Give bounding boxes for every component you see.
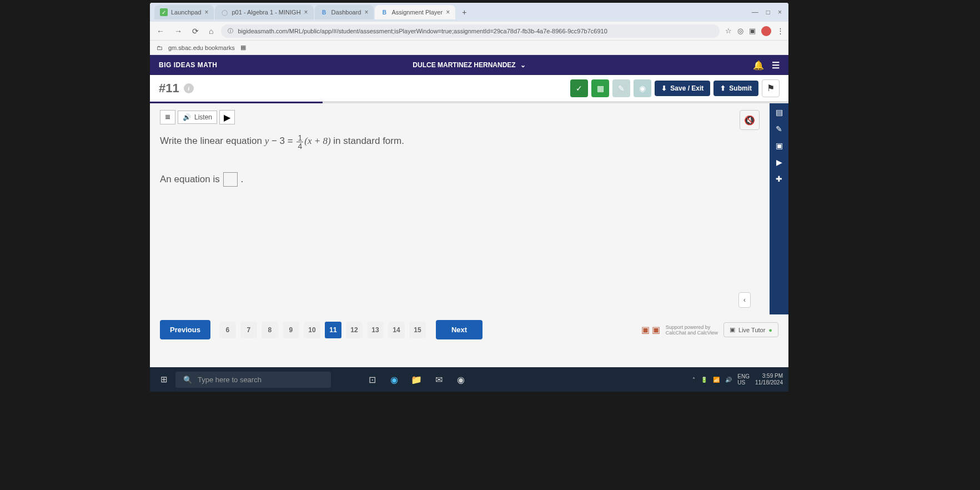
extension-icon[interactable]: ◎ [737, 27, 743, 35]
listen-menu-button[interactable]: ≡ [160, 110, 175, 124]
question-number-text: #11 [159, 81, 179, 96]
support-text: CalcChat and CalcView [666, 330, 718, 336]
tool-accessibility-icon[interactable]: ✚ [776, 174, 782, 183]
tab-icon: B [320, 8, 328, 16]
fraction-numerator: 1 [296, 134, 303, 142]
tab-title: p01 - Algebra 1 - MINIGH [232, 9, 300, 16]
taskbar-search[interactable]: 🔍 Type here to search [175, 372, 331, 388]
search-placeholder: Type here to search [198, 376, 262, 384]
browser-tab[interactable]: B Dashboard × [315, 5, 374, 19]
close-icon[interactable]: × [446, 8, 450, 16]
save-exit-label: Save / Exit [670, 84, 703, 92]
tool-button-scratchpad[interactable]: ✎ [612, 79, 630, 97]
close-icon[interactable]: × [204, 8, 208, 16]
calcview-icon[interactable]: ▣ [652, 324, 660, 335]
tab-title: Assignment Player [391, 9, 443, 16]
next-button[interactable]: Next [436, 320, 483, 339]
chrome-icon[interactable]: ◉ [453, 372, 469, 387]
answer-input[interactable] [223, 172, 238, 187]
task-view-icon[interactable]: ⊡ [364, 372, 380, 387]
reload-button[interactable]: ⟳ [190, 24, 201, 38]
start-button[interactable]: ⊞ [155, 371, 172, 388]
tool-ruler-icon[interactable]: ▤ [776, 108, 783, 117]
speaker-icon: 🔊 [183, 113, 191, 121]
listen-button[interactable]: 🔊 Listen [178, 111, 217, 124]
page-button-8[interactable]: 8 [262, 322, 278, 338]
minimize-button[interactable]: — [752, 8, 758, 16]
star-icon[interactable]: ☆ [725, 27, 732, 35]
tab-icon: B [380, 8, 388, 16]
side-tool-panel: ▤ ✎ ▣ ▶ ✚ [770, 103, 788, 314]
mute-button[interactable]: 🔇 [740, 110, 760, 130]
page-button-15[interactable]: 15 [409, 322, 426, 338]
forward-button[interactable]: → [172, 24, 184, 38]
tool-button-help[interactable]: ◉ [634, 79, 651, 97]
url-input[interactable]: ⓘ bigideasmath.com/MRL/public/app/#/stud… [221, 24, 720, 38]
home-button[interactable]: ⌂ [207, 24, 215, 38]
apps-icon[interactable]: ▦ [240, 44, 246, 51]
maximize-button[interactable]: □ [766, 8, 770, 16]
answer-label: An equation is [160, 174, 220, 185]
bookmark-folder-icon[interactable]: 🗀 [157, 44, 163, 51]
page-button-14[interactable]: 14 [388, 322, 405, 338]
flag-button[interactable]: ⚑ [762, 79, 780, 97]
play-button[interactable]: ▶ [219, 110, 235, 124]
info-icon[interactable]: i [184, 83, 194, 93]
question-number: #11 i [159, 81, 194, 96]
page-button-10[interactable]: 10 [304, 322, 320, 338]
edge-icon[interactable]: ◉ [386, 372, 402, 387]
bell-icon[interactable]: 🔔 [753, 60, 764, 71]
tutor-icon: ▣ [730, 326, 735, 333]
fraction-denominator: 4 [298, 142, 302, 150]
new-tab-button[interactable]: + [456, 4, 472, 20]
file-explorer-icon[interactable]: 📁 [409, 372, 424, 387]
volume-icon[interactable]: 🔊 [725, 377, 732, 383]
upload-icon: ⬆ [720, 84, 726, 92]
wifi-icon[interactable]: 📶 [713, 377, 720, 383]
page-button-6[interactable]: 6 [219, 322, 236, 338]
tray-lang[interactable]: ENG [737, 373, 750, 379]
save-icon: ⬇ [661, 84, 667, 92]
close-window-button[interactable]: × [778, 8, 782, 16]
live-tutor-label: Live Tutor [738, 327, 765, 333]
tool-note-icon[interactable]: ▣ [776, 141, 783, 150]
live-tutor-button[interactable]: ▣ Live Tutor ● [723, 322, 778, 337]
tray-chevron-icon[interactable]: ˄ [692, 377, 695, 383]
back-button[interactable]: ← [154, 24, 167, 38]
calcchat-icon[interactable]: ▣ [641, 324, 650, 335]
answer-line: An equation is . [160, 172, 760, 187]
close-icon[interactable]: × [364, 8, 368, 16]
browser-tab[interactable]: ◯ p01 - Algebra 1 - MINIGH × [215, 5, 313, 19]
save-exit-button[interactable]: ⬇ Save / Exit [655, 81, 710, 96]
assignment-toolbar: #11 i ✓ ▦ ✎ ◉ ⬇ Save / Exit ⬆ Submit ⚑ [150, 75, 788, 102]
page-button-12[interactable]: 12 [346, 322, 363, 338]
tab-icon: ✓ [160, 8, 168, 16]
site-info-icon[interactable]: ⓘ [228, 27, 233, 35]
tray-time: 3:59 PM [755, 373, 783, 379]
menu-icon[interactable]: ☰ [772, 60, 780, 71]
page-button-11[interactable]: 11 [325, 322, 341, 338]
close-icon[interactable]: × [304, 8, 308, 16]
browser-tab[interactable]: B Assignment Player × [375, 5, 455, 19]
menu-icon[interactable]: ⋮ [777, 27, 784, 35]
tool-button-calculator[interactable]: ▦ [591, 79, 609, 97]
url-text: bigideasmath.com/MRL/public/app/#/studen… [238, 28, 607, 34]
collapse-panel-button[interactable]: ‹ [738, 292, 751, 308]
profile-icon[interactable] [761, 26, 771, 36]
browser-tab[interactable]: ✓ Launchpad × [154, 5, 214, 19]
tool-video-icon[interactable]: ▶ [776, 158, 782, 167]
tool-button-check[interactable]: ✓ [570, 79, 588, 97]
page-button-13[interactable]: 13 [367, 322, 384, 338]
submit-button[interactable]: ⬆ Submit [713, 81, 758, 96]
submit-label: Submit [729, 84, 752, 92]
user-menu[interactable]: DULCE MARTINEZ HERNANDEZ ⌄ [413, 61, 525, 69]
page-button-9[interactable]: 9 [283, 322, 299, 338]
extension-icon[interactable]: ▣ [749, 27, 756, 35]
battery-icon[interactable]: 🔋 [701, 377, 707, 383]
page-button-7[interactable]: 7 [240, 322, 257, 338]
tool-highlighter-icon[interactable]: ✎ [776, 124, 782, 133]
tray-clock[interactable]: 3:59 PM 11/18/2024 [755, 373, 783, 386]
mail-icon[interactable]: ✉ [431, 372, 446, 387]
previous-button[interactable]: Previous [160, 320, 210, 339]
bookmark-item[interactable]: gm.sbac.edu bookmarks [168, 44, 235, 51]
